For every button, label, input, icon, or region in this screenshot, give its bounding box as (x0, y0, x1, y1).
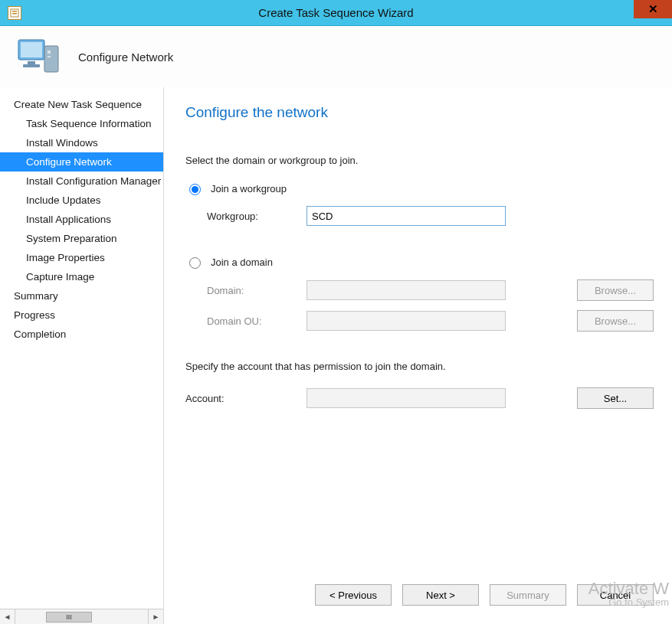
join-workgroup-label: Join a workgroup (211, 183, 287, 194)
svg-rect-1 (12, 11, 17, 12)
join-domain-row: Join a domain (185, 255, 654, 269)
close-icon: ✕ (648, 2, 658, 16)
nav-item-install-applications[interactable]: Install Applications (0, 210, 163, 229)
nav-item-image-properties[interactable]: Image Properties (0, 248, 163, 267)
scroll-thumb[interactable]: III (46, 612, 92, 622)
wizard-icon (17, 37, 61, 77)
nav-item-completion[interactable]: Completion (0, 325, 163, 344)
join-domain-label: Join a domain (211, 256, 273, 268)
nav-item-include-updates[interactable]: Include Updates (0, 191, 163, 210)
account-set-button[interactable]: Set... (577, 387, 654, 409)
join-workgroup-radio[interactable] (189, 184, 201, 195)
account-input (306, 388, 506, 408)
account-instruction: Specify the account that has permission … (185, 361, 654, 372)
next-button[interactable]: Next > (402, 584, 479, 606)
svg-rect-7 (44, 46, 58, 72)
titlebar: Create Task Sequence Wizard ✕ (0, 0, 672, 26)
previous-button[interactable]: < Previous (315, 584, 392, 606)
workgroup-field-row: Workgroup: (207, 206, 654, 226)
nav-item-capture-image[interactable]: Capture Image (0, 267, 163, 286)
svg-rect-2 (12, 13, 17, 15)
sidebar-scrollbar[interactable]: ◄ III ► (0, 609, 163, 624)
page-heading: Configure the network (185, 104, 654, 121)
wizard-step-title: Configure Network (78, 51, 173, 64)
svg-rect-6 (23, 64, 40, 67)
svg-rect-4 (21, 42, 42, 57)
domain-browse-button: Browse... (577, 279, 654, 301)
join-domain-radio[interactable] (189, 257, 201, 269)
scroll-left-button[interactable]: ◄ (0, 609, 15, 624)
wizard-header: Configure Network (0, 26, 672, 87)
workgroup-label: Workgroup: (207, 211, 299, 222)
domain-ou-input (306, 311, 506, 331)
svg-rect-9 (48, 56, 51, 57)
nav-item-install-windows[interactable]: Install Windows (0, 133, 163, 152)
wizard-nav: Create New Task SequenceTask Sequence In… (0, 95, 163, 609)
domain-label: Domain: (207, 285, 299, 296)
workgroup-input[interactable] (306, 206, 506, 226)
domain-input (306, 280, 506, 300)
svg-rect-8 (48, 51, 51, 54)
app-icon (8, 6, 21, 20)
nav-item-configure-network[interactable]: Configure Network (0, 152, 163, 172)
nav-item-task-sequence-information[interactable]: Task Sequence Information (0, 114, 163, 133)
join-workgroup-row: Join a workgroup (185, 181, 654, 195)
domain-ou-field-row: Domain OU: Browse... (207, 310, 654, 332)
wizard-content: Configure the network Select the domain … (164, 87, 672, 624)
scroll-track[interactable]: III (15, 609, 148, 624)
account-label: Account: (185, 393, 299, 404)
domain-ou-browse-button: Browse... (577, 310, 654, 332)
cancel-button[interactable]: Cancel (577, 584, 654, 606)
wizard-footer: < Previous Next > Summary Cancel (185, 570, 654, 624)
instruction-text: Select the domain or workgroup to join. (185, 155, 654, 166)
svg-rect-5 (28, 61, 35, 64)
nav-item-progress[interactable]: Progress (0, 305, 163, 325)
window-title: Create Task Sequence Wizard (0, 6, 672, 19)
account-field-row: Account: Set... (185, 387, 654, 409)
nav-item-summary[interactable]: Summary (0, 286, 163, 305)
nav-item-install-configuration-manager[interactable]: Install Configuration Manager (0, 172, 163, 191)
summary-button: Summary (490, 584, 566, 606)
nav-item-system-preparation[interactable]: System Preparation (0, 229, 163, 248)
wizard-body: Create New Task SequenceTask Sequence In… (0, 87, 672, 624)
wizard-sidebar: Create New Task SequenceTask Sequence In… (0, 87, 164, 624)
scroll-right-button[interactable]: ► (148, 609, 163, 624)
domain-field-row: Domain: Browse... (207, 279, 654, 301)
domain-ou-label: Domain OU: (207, 315, 299, 327)
nav-item-create-new-task-sequence[interactable]: Create New Task Sequence (0, 95, 163, 114)
close-button[interactable]: ✕ (634, 0, 672, 18)
